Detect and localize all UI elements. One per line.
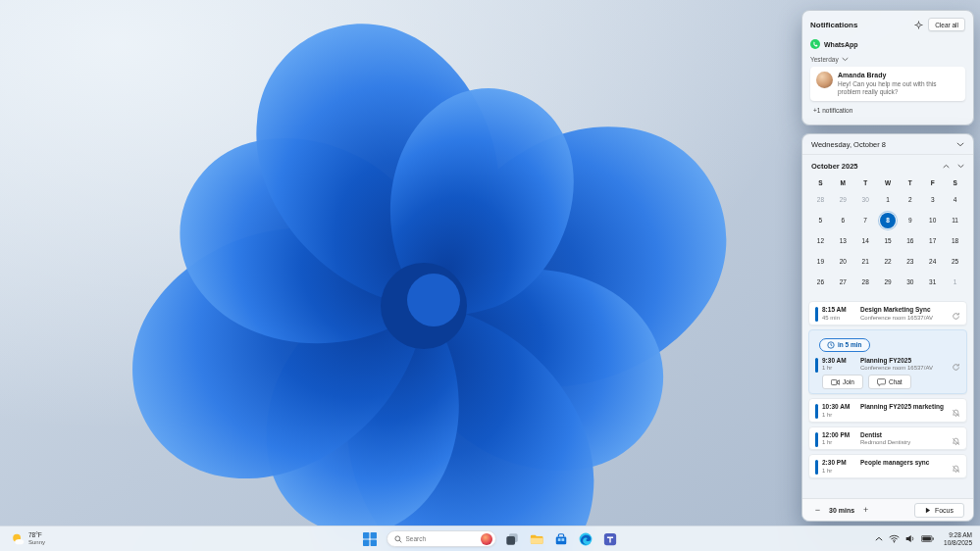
search-box[interactable] <box>387 530 496 547</box>
notification-group-toggle[interactable]: Yesterday <box>810 56 965 63</box>
calendar-day[interactable]: 24 <box>921 251 944 272</box>
clock-date: 10/8/2025 <box>944 539 972 547</box>
calendar-day[interactable]: 7 <box>854 210 877 230</box>
teams-button[interactable] <box>602 530 619 547</box>
calendar-month-label: October 2025 <box>811 162 858 171</box>
calendar-day[interactable]: 3 <box>921 189 944 210</box>
desktop: Notifications Clear all WhatsApp Yesterd… <box>0 0 980 551</box>
focus-session-bar: − 30 mins + Focus <box>802 498 973 521</box>
join-button[interactable]: Join <box>822 375 863 389</box>
start-button[interactable] <box>362 530 379 547</box>
battery-icon[interactable] <box>921 535 934 542</box>
focus-duration: 30 mins <box>829 507 854 514</box>
calendar-day[interactable]: 14 <box>854 230 877 251</box>
calendar-day[interactable]: 1 <box>944 272 966 292</box>
calendar-day[interactable]: 19 <box>809 251 832 272</box>
calendar-day[interactable]: 1 <box>877 189 900 210</box>
agenda-list: 8:15 AM45 minDesign Marketing SyncConfer… <box>802 301 973 498</box>
meeting-reminder-label: in 5 min <box>838 341 862 348</box>
calendar-day[interactable]: 30 <box>854 189 877 210</box>
clear-all-button[interactable]: Clear all <box>928 18 965 31</box>
calendar-day[interactable]: 10 <box>921 210 944 230</box>
calendar-day[interactable]: 26 <box>809 272 832 292</box>
calendar-day[interactable]: 6 <box>832 210 854 230</box>
calendar-day[interactable]: 18 <box>944 230 966 251</box>
edge-button[interactable] <box>578 530 594 547</box>
calendar-day[interactable]: 12 <box>809 230 832 251</box>
event-title: Design Marketing Sync <box>860 306 946 313</box>
agenda-event-card[interactable]: 10:30 AM1 hrPlanning FY2025 marketing <box>808 398 967 423</box>
agenda-event-card[interactable]: 2:30 PM1 hrPeople managers sync <box>808 454 967 478</box>
calendar-day[interactable]: 4 <box>944 189 966 210</box>
calendar-day[interactable]: 27 <box>832 272 854 292</box>
event-time: 2:30 PM <box>822 459 854 466</box>
taskbar-center <box>362 526 619 551</box>
meeting-reminder-pill[interactable]: in 5 min <box>819 338 870 352</box>
play-icon <box>925 507 931 514</box>
edge-icon <box>579 532 593 546</box>
calendar-next-month-icon[interactable] <box>957 164 964 169</box>
calendar-day[interactable]: 22 <box>877 251 900 272</box>
event-time: 10:30 AM <box>822 403 854 410</box>
calendar-day[interactable]: 9 <box>899 210 921 230</box>
increase-duration-button[interactable]: + <box>859 504 872 517</box>
wifi-icon[interactable] <box>889 534 900 543</box>
calendar-prev-month-icon[interactable] <box>943 164 950 169</box>
more-notifications-link[interactable]: +1 notification <box>810 107 965 114</box>
calendar-day[interactable]: 13 <box>832 230 854 251</box>
calendar-day[interactable]: 21 <box>854 251 877 272</box>
calendar-day[interactable]: 28 <box>854 272 877 292</box>
event-location: Conference room 16537/AV <box>860 365 946 371</box>
chevron-down-icon <box>842 57 849 62</box>
calendar-day[interactable]: 28 <box>809 189 832 210</box>
day-header: M <box>832 179 854 186</box>
calendar-day[interactable]: 31 <box>921 272 944 292</box>
calendar-day[interactable]: 17 <box>921 230 944 251</box>
weather-widget[interactable]: 78°F Sunny <box>6 526 50 551</box>
notification-group-label: Yesterday <box>810 56 839 63</box>
calendar-day[interactable]: 29 <box>832 189 854 210</box>
notifications-title: Notifications <box>810 21 857 29</box>
agenda-event-card[interactable]: 8:15 AM45 minDesign Marketing SyncConfer… <box>808 301 967 326</box>
file-explorer-button[interactable] <box>529 530 545 547</box>
join-button-label: Join <box>843 378 854 385</box>
volume-icon[interactable] <box>905 534 915 543</box>
calendar-day[interactable]: 11 <box>944 210 966 230</box>
file-explorer-icon <box>530 532 543 546</box>
event-title: Dentist <box>860 431 946 438</box>
hidden-icons-chevron-icon[interactable] <box>875 536 883 541</box>
event-actions: JoinChat <box>815 375 960 389</box>
event-time: 12:00 PM <box>822 431 854 438</box>
calendar-day[interactable]: 23 <box>899 251 921 272</box>
agenda-event-card[interactable]: in 5 min9:30 AM1 hrPlanning FY2025Confer… <box>808 329 967 395</box>
calendar-day[interactable]: 29 <box>877 272 900 292</box>
decrease-duration-button[interactable]: − <box>811 504 824 517</box>
calendar-date-label: Wednesday, October 8 <box>811 140 886 149</box>
agenda-event-card[interactable]: 12:00 PM1 hrDentistRedmond Dentistry <box>808 426 967 451</box>
search-input[interactable] <box>406 535 477 542</box>
taskbar: 78°F Sunny <box>0 526 980 551</box>
clock-widget[interactable]: 9:28 AM 10/8/2025 <box>940 531 976 547</box>
calendar-day[interactable]: 15 <box>877 230 900 251</box>
windows-logo-icon <box>363 532 377 546</box>
calendar-day[interactable]: 30 <box>899 272 921 292</box>
microsoft-store-button[interactable] <box>553 530 570 547</box>
event-location: Redmond Dentistry <box>860 439 946 445</box>
day-header: T <box>899 179 921 186</box>
calendar-day[interactable]: 25 <box>944 251 966 272</box>
search-highlight-icon[interactable] <box>481 533 492 545</box>
notification-card[interactable]: Amanda Brady Hey! Can you help me out wi… <box>810 67 965 101</box>
calendar-date-header[interactable]: Wednesday, October 8 <box>802 134 973 155</box>
task-view-button[interactable] <box>504 530 521 547</box>
notification-settings-gear-icon[interactable] <box>914 21 923 29</box>
weather-condition: Sunny <box>28 539 45 546</box>
calendar-day[interactable]: 20 <box>832 251 854 272</box>
calendar-day[interactable]: 16 <box>899 230 921 251</box>
weather-temp: 78°F <box>28 531 45 538</box>
calendar-day[interactable]: 2 <box>899 189 921 210</box>
focus-button[interactable]: Focus <box>914 503 964 518</box>
chat-button[interactable]: Chat <box>868 375 911 389</box>
notification-app-name: WhatsApp <box>824 41 858 48</box>
calendar-day[interactable]: 5 <box>809 210 832 230</box>
calendar-day-selected[interactable]: 8 <box>880 213 896 228</box>
